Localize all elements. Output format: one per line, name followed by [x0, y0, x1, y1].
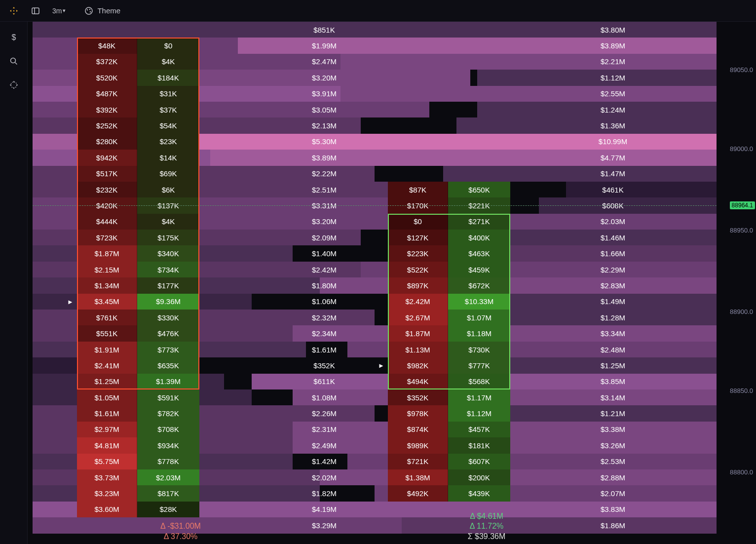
mid-volume-cell: $2.47M: [199, 54, 449, 70]
heatmap-row[interactable]: $1.34M$177K$897K$672K$1.80M$2.83M: [33, 277, 717, 293]
right-volume-cell: $1.66M: [510, 245, 716, 261]
right-volume-cell: $3.34M: [510, 325, 716, 341]
mid-volume-cell: $2.09M: [199, 230, 449, 245]
svg-point-2: [85, 7, 92, 14]
chevron-down-icon: ▾: [63, 7, 66, 14]
target-tool-button[interactable]: [4, 75, 24, 95]
mid-volume-cell: $3.05M: [199, 102, 449, 117]
buy-volume-cell: $28K: [137, 502, 199, 517]
heatmap-row[interactable]: $1.91M$773K$1.13M$730K$1.61M$2.48M: [33, 342, 717, 357]
price-axis[interactable]: 89050.089000.088950.088900.088850.088800…: [718, 22, 756, 544]
heatmap-row[interactable]: $3.73M$2.03M$1.38M$200K$2.02M$2.88M: [33, 469, 717, 485]
heatmap-row[interactable]: $392K$37K$3.05M$1.24M: [33, 102, 717, 117]
buy-volume-cell-2: $200K: [448, 469, 510, 485]
heatmap-row[interactable]: $517K$69K$2.22M$1.47M: [33, 166, 717, 182]
heatmap-row[interactable]: $520K$184K$3.20M$1.12M: [33, 70, 717, 85]
right-volume-cell: $2.88M: [510, 469, 716, 485]
heatmap-row[interactable]: $2.41M$635K$982K$777K$352K$1.25M: [33, 357, 717, 373]
timeframe-selector[interactable]: 3m ▾: [47, 2, 71, 20]
buy-volume-cell: $817K: [137, 485, 199, 501]
buy-volume-cell: $778K: [137, 454, 199, 469]
move-tool-button[interactable]: [4, 2, 24, 20]
heatmap-row[interactable]: $487K$31K$3.91M$2.55M: [33, 86, 717, 102]
delta-abs-left: Δ -$31.00M: [126, 521, 235, 532]
right-volume-cell: $3.26M: [510, 437, 716, 453]
buy-volume-cell-2: $1.07M: [448, 310, 510, 325]
heatmap-row[interactable]: $1.25M$1.39M$494K$568K$611K$3.85M: [33, 374, 717, 389]
panel-toggle-button[interactable]: [26, 2, 45, 20]
buy-volume-cell: $773K: [137, 342, 199, 357]
mid-volume-cell: $1.42M: [199, 454, 449, 469]
heatmap-row[interactable]: $4.81M$934K$989K$181K$2.49M$3.26M: [33, 437, 717, 453]
buy-volume-cell: $23K: [137, 134, 199, 150]
heatmap-row[interactable]: $761K$330K$2.67M$1.07M$2.32M$1.28M: [33, 310, 717, 325]
heatmap-row[interactable]: $2.97M$708K$874K$457K$2.31M$3.38M: [33, 422, 717, 437]
buy-volume-cell-2: $777K: [448, 357, 510, 373]
buy-volume-cell: $37K: [137, 102, 199, 117]
price-tick: 88800.0: [730, 468, 753, 476]
heatmap-row[interactable]: $5.75M$778K$721K$607K$1.42M$2.53M: [33, 454, 717, 469]
heatmap-row[interactable]: $444K$4K$0$271K$3.20M$2.03M: [33, 214, 717, 230]
heatmap-row[interactable]: $372K$4K$2.47M$2.21M: [33, 54, 717, 70]
heatmap-row[interactable]: $232K$6K$87K$650K$2.51M$461K: [33, 182, 717, 197]
svg-point-7: [10, 58, 15, 63]
price-tick: 89050.0: [730, 66, 753, 74]
right-volume-cell: $2.48M: [510, 342, 716, 357]
dollar-icon: $: [9, 33, 18, 42]
sell-volume-cell: $5.75M: [77, 454, 137, 469]
move-icon: [9, 6, 18, 15]
mid-volume-cell: $4.19M: [199, 502, 449, 517]
mid-volume-cell: $1.08M: [199, 389, 449, 405]
heatmap-row[interactable]: $851K$3.80M: [33, 22, 717, 38]
svg-point-4: [89, 8, 90, 9]
buy-volume-cell-2: $400K: [448, 230, 510, 245]
sell-volume-cell: $517K: [77, 166, 137, 182]
heatmap-row[interactable]: $280K$23K$5.30M$10.99M: [33, 134, 717, 150]
heatmap-rows: $851K$3.80M$48K$0$1.99M$3.89M$372K$4K$2.…: [33, 22, 717, 544]
buy-volume-cell-2: $607K: [448, 454, 510, 469]
heatmap-row[interactable]: $942K$14K$3.89M$4.77M: [33, 150, 717, 165]
buy-volume-cell: $708K: [137, 422, 199, 437]
heatmap-row[interactable]: $3.60M$28K$4.19M$3.83M: [33, 502, 717, 517]
heatmap-chart[interactable]: $851K$3.80M$48K$0$1.99M$3.89M$372K$4K$2.…: [28, 22, 756, 544]
sidebar-panel-icon: [31, 6, 40, 15]
mid-volume-cell: $3.89M: [199, 150, 449, 165]
crosshair-icon: [9, 80, 18, 89]
mid-volume-cell: $2.31M: [199, 422, 449, 437]
buy-volume-cell-2: $271K: [448, 214, 510, 230]
zoom-tool-button[interactable]: [4, 51, 24, 71]
buy-volume-cell-2: $439K: [448, 485, 510, 501]
price-tick: 88950.0: [730, 227, 753, 234]
heatmap-row[interactable]: $3.23M$817K$492K$439K$1.82M$2.07M: [33, 485, 717, 501]
heatmap-row[interactable]: $2.15M$734K$522K$459K$2.42M$2.29M: [33, 262, 717, 277]
sell-volume-cell: $1.87M: [77, 245, 137, 261]
heatmap-row[interactable]: $723K$175K$127K$400K$2.09M$1.46M: [33, 230, 717, 245]
right-volume-cell: $2.03M: [510, 214, 716, 230]
buy-volume-cell: $734K: [137, 262, 199, 277]
sell-volume-cell: $3.23M: [77, 485, 137, 501]
right-volume-cell: $1.25M: [510, 357, 716, 373]
buy-volume-cell: $2.03M: [137, 469, 199, 485]
buy-volume-cell: $476K: [137, 325, 199, 341]
theme-button[interactable]: Theme: [80, 2, 124, 20]
right-volume-cell: $1.49M: [510, 294, 716, 310]
theme-label: Theme: [97, 6, 120, 15]
svg-point-5: [90, 11, 91, 12]
footer-stats-right: Δ $4.61M Δ 11.72% Σ $39.36M: [432, 511, 541, 542]
sell-volume-cell: $3.73M: [77, 469, 137, 485]
dollar-tool-button[interactable]: $: [4, 28, 24, 47]
buy-volume-cell: $14K: [137, 150, 199, 165]
heatmap-row[interactable]: $1.05M$591K$352K$1.17M$1.08M$3.14M: [33, 389, 717, 405]
buy-volume-cell: $184K: [137, 70, 199, 85]
svg-text:$: $: [11, 33, 16, 41]
sell-volume-cell: $520K: [77, 70, 137, 85]
mid-volume-cell: $2.02M: [199, 469, 449, 485]
current-price-line: [33, 205, 717, 206]
heatmap-row[interactable]: $1.87M$340K$223K$463K$1.40M$1.66M: [33, 245, 717, 261]
heatmap-row[interactable]: $252K$54K$2.13M$1.36M: [33, 117, 717, 133]
heatmap-row[interactable]: $48K$0$1.99M$3.89M: [33, 38, 717, 53]
heatmap-row[interactable]: $1.61M$782K$978K$1.12M$2.26M$1.21M: [33, 405, 717, 421]
heatmap-row[interactable]: $3.45M$9.36M$2.42M$10.33M$1.06M$1.49M: [33, 294, 717, 310]
heatmap-row[interactable]: $551K$476K$1.87M$1.18M$2.34M$3.34M: [33, 325, 717, 341]
buy-volume-cell-2: $568K: [448, 374, 510, 389]
